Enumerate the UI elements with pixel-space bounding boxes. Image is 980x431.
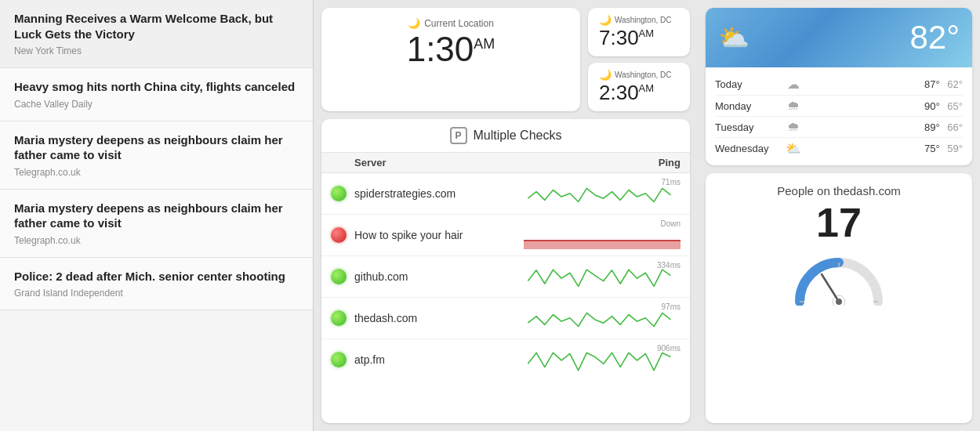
col-server-header: Server [331,157,524,168]
main-clock-widget: 🌙 Current Location 1:30AM [321,8,580,111]
weather-day: Monday [715,100,782,112]
secondary-clock-2-time: 2:30AM [599,81,679,105]
news-item[interactable]: Maria mystery deepens as neighbours clai… [0,121,313,190]
weather-row: Wednesday ⛅ 75° 59° [715,138,963,159]
weather-row: Monday 🌧 90° 65° [715,96,963,117]
server-name: github.com [354,270,524,283]
checks-title: Multiple Checks [474,129,562,143]
weather-top: ⛅ 82° [706,8,972,67]
checks-header: P Multiple Checks [321,119,690,153]
secondary-clock-1-time: 7:30AM [599,26,679,50]
gauge-svg [792,251,886,306]
checks-rows: spiderstrategies.com71msHow to spike you… [321,173,690,380]
status-dot [331,227,347,243]
weather-row: Today ☁ 87° 62° [715,74,963,96]
svg-point-2 [836,299,842,305]
news-item[interactable]: Police: 2 dead after Mich. senior center… [0,258,313,311]
weather-widget: ⛅ 82° Today ☁ 87° 62° Monday 🌧 90° 65° T… [706,8,972,165]
ping-graph [524,267,675,291]
server-name: spiderstrategies.com [354,187,524,200]
status-dot [331,269,347,284]
main-clock-ampm: AM [474,36,495,52]
weather-day-icon: ☁ [782,77,805,92]
center-panel: 🌙 Current Location 1:30AM 🌙 Washington, … [314,0,698,431]
news-item[interactable]: Heavy smog hits north China city, flight… [0,68,313,121]
weather-temps: 89° 66° [924,121,963,133]
main-clock-location: Current Location [424,18,494,29]
main-clock-digits: 1:30 [407,30,474,68]
server-name: atp.fm [354,353,524,366]
weather-temps: 75° 59° [924,143,963,154]
news-title: Maria mystery deepens as neighbours clai… [14,132,299,163]
weather-day: Wednesday [715,143,782,154]
check-row[interactable]: thedash.com97ms [321,298,690,339]
news-panel: Manning Receives a Warm Welcome Back, bu… [0,0,314,431]
weather-temps: 87° 62° [924,78,963,90]
weather-temps: 90° 65° [924,100,963,112]
ping-area: 906ms [524,344,681,375]
weather-day-icon: ⛅ [782,141,805,156]
weather-rows: Today ☁ 87° 62° Monday 🌧 90° 65° Tuesday… [706,67,972,165]
news-source: Grand Island Independent [14,288,299,299]
secondary-clock-1: 🌙 Washington, DC 7:30AM [588,8,690,56]
ping-area: Down [524,219,681,251]
secondary-clock-1-label: 🌙 Washington, DC [599,14,679,26]
check-row[interactable]: github.com334ms [321,256,690,298]
ping-area: 97ms [524,302,681,334]
main-clock-label: 🌙 Current Location [408,17,494,29]
news-title: Heavy smog hits north China city, flight… [14,79,299,95]
ping-area: 71ms [524,178,681,209]
secondary-clocks: 🌙 Washington, DC 7:30AM 🌙 Washington, DC… [588,8,690,111]
news-source: Cache Valley Daily [14,99,299,110]
secondary-clock-2-label: 🌙 Washington, DC [599,69,679,81]
multiple-checks-widget: P Multiple Checks Server Ping spiderstra… [321,119,690,423]
weather-day: Tuesday [715,121,782,133]
weather-row: Tuesday 🌧 89° 66° [715,117,963,138]
check-row[interactable]: How to spike your hairDown [321,215,690,256]
secondary-clock-2: 🌙 Washington, DC 2:30AM [588,63,690,111]
weather-current-temp: 82° [909,19,960,56]
server-name: thedash.com [354,312,524,324]
status-dot [331,310,347,326]
status-dot [331,186,347,201]
col-ping-header: Ping [524,157,681,168]
gauge-container [792,251,886,306]
people-title: People on thedash.com [777,184,901,197]
ping-area: 334ms [524,261,681,292]
news-source: New York Times [14,45,299,56]
news-item[interactable]: Manning Receives a Warm Welcome Back, bu… [0,0,313,68]
people-widget: People on thedash.com 17 [706,173,972,423]
weather-day-icon: 🌧 [782,120,805,134]
check-row[interactable]: atp.fm906ms [321,339,690,380]
ping-label: Down [660,219,681,228]
svg-line-1 [822,274,839,302]
p-icon: P [450,127,467,144]
ping-graph [524,350,675,374]
people-count: 17 [816,202,862,243]
weather-cloud-icon: ⛅ [718,23,750,53]
news-source: Telegraph.co.uk [14,167,299,178]
news-title: Maria mystery deepens as neighbours clai… [14,201,299,231]
main-clock-time: 1:30AM [407,32,495,67]
status-dot [331,352,347,368]
ping-down-bar [524,240,681,249]
news-title: Police: 2 dead after Mich. senior center… [14,269,299,284]
ping-graph [524,309,675,332]
news-source: Telegraph.co.uk [14,235,299,246]
weather-day-icon: 🌧 [782,99,805,113]
clock-row: 🌙 Current Location 1:30AM 🌙 Washington, … [321,8,690,111]
server-name: How to spike your hair [354,229,524,241]
moon-icon: 🌙 [408,17,420,29]
news-item[interactable]: Maria mystery deepens as neighbours clai… [0,190,313,258]
right-panel: ⛅ 82° Today ☁ 87° 62° Monday 🌧 90° 65° T… [698,0,980,431]
check-row[interactable]: spiderstrategies.com71ms [321,173,690,215]
news-title: Manning Receives a Warm Welcome Back, bu… [14,11,299,42]
ping-graph [524,184,675,208]
checks-table-header: Server Ping [321,153,690,173]
weather-day: Today [715,78,782,90]
